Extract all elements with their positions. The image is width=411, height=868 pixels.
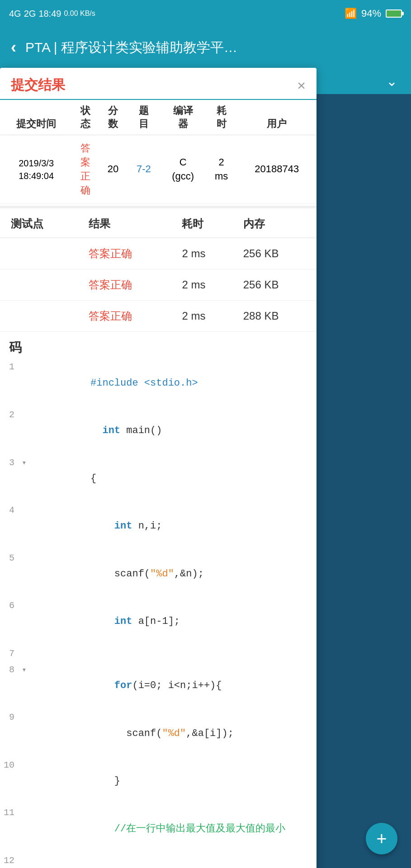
line-num-12: 12	[0, 853, 22, 868]
app-title: PTA | 程序设计类实验辅助教学平…	[25, 38, 400, 57]
line-num-7: 7	[0, 646, 22, 661]
code-line-5: 5 scanf("%d",&n);	[0, 550, 317, 598]
tc-point-2	[0, 269, 81, 301]
back-button[interactable]: ‹	[11, 38, 16, 57]
line-content-3: {	[31, 455, 317, 503]
submit-time-cell: 2019/3/3 18:49:04	[0, 135, 72, 204]
line-content-8: for(i=0; i<n;i++){	[31, 662, 317, 710]
score-cell: 20	[99, 135, 127, 204]
col-problem: 题目	[127, 100, 161, 135]
line-num-6: 6	[0, 598, 22, 613]
line-num-3: 3	[0, 455, 22, 470]
tc-result-1: 答案正确	[81, 238, 175, 269]
tc-col-point: 测试点	[0, 210, 81, 238]
content-area: ⌄ 的最 提交结果 × 提交时间 状态 分数 题目 编译器 耗时 用户	[0, 68, 411, 868]
line-content-2: int main()	[31, 407, 317, 455]
code-line-2: 2 int main()	[0, 407, 317, 455]
col-score: 分数	[99, 100, 127, 135]
testcase-table: 测试点 结果 耗时 内存 答案正确 2 ms 256 KB 答案正确 2 ms	[0, 210, 317, 332]
code-section-label: 码	[0, 332, 317, 359]
battery-percent: 94%	[361, 8, 381, 19]
testcase-row: 答案正确 2 ms 256 KB	[0, 269, 317, 301]
tc-point-1	[0, 238, 81, 269]
tc-memory-2: 256 KB	[236, 269, 317, 301]
code-line-8: 8 ▾ for(i=0; i<n;i++){	[0, 662, 317, 710]
fab-button[interactable]: +	[366, 823, 397, 854]
col-user: 用户	[237, 100, 317, 135]
status-left: 4G 2G 18:49 0.00 KB/s	[9, 9, 95, 19]
line-num-10: 10	[0, 757, 22, 773]
line-num-2: 2	[0, 407, 22, 422]
tc-time-3: 2 ms	[175, 301, 236, 332]
code-line-11: 11 //在一行中输出最大值及最大值的最小	[0, 805, 317, 853]
fold-indicator-3[interactable]: ▾	[22, 455, 31, 470]
code-line-3: 3 ▾ {	[0, 455, 317, 503]
testcase-row: 答案正确 2 ms 288 KB	[0, 301, 317, 332]
problem-link[interactable]: 7-2	[137, 163, 151, 175]
col-compiler: 编译器	[161, 100, 206, 135]
code-line-6: 6 int a[n-1];	[0, 598, 317, 646]
line-content-6: int a[n-1];	[31, 598, 317, 646]
line-content-4: int n,i;	[31, 502, 317, 550]
time-cell: 2ms	[206, 135, 237, 204]
data-speed: 0.00 KB/s	[64, 9, 95, 18]
submission-modal: 提交结果 × 提交时间 状态 分数 题目 编译器 耗时 用户 2019/3	[0, 68, 317, 868]
status-correct-label: 答案正确	[80, 142, 90, 195]
line-num-5: 5	[0, 550, 22, 566]
tc-time-1: 2 ms	[175, 238, 236, 269]
col-submit-time: 提交时间	[0, 100, 72, 135]
code-line-12: 12 int max;	[0, 853, 317, 868]
status-bar: 4G 2G 18:49 0.00 KB/s 📶 94%	[0, 0, 411, 27]
code-line-7: 7	[0, 646, 317, 662]
code-line-10: 10 }	[0, 757, 317, 805]
line-num-4: 4	[0, 502, 22, 518]
compiler-cell: C(gcc)	[161, 135, 206, 204]
status-right: 📶 94%	[345, 8, 402, 19]
wifi-icon: 📶	[345, 8, 357, 19]
tc-memory-1: 256 KB	[236, 238, 317, 269]
line-content-12: int max;	[31, 853, 317, 868]
tc-col-result: 结果	[81, 210, 175, 238]
problem-cell: 7-2	[127, 135, 161, 204]
line-num-11: 11	[0, 805, 22, 820]
code-line-1: 1 #include <stdio.h>	[0, 359, 317, 407]
col-time: 耗时	[206, 100, 237, 135]
code-line-4: 4 int n,i;	[0, 502, 317, 550]
tc-col-memory: 内存	[236, 210, 317, 238]
dropdown-arrow-icon[interactable]: ⌄	[386, 73, 397, 89]
tc-time-2: 2 ms	[175, 269, 236, 301]
signal-4g: 4G	[9, 9, 21, 19]
battery-icon	[386, 9, 402, 18]
tc-col-time: 耗时	[175, 210, 236, 238]
time-display: 18:49	[38, 9, 61, 19]
modal-header: 提交结果 ×	[0, 68, 317, 100]
testcase-row: 答案正确 2 ms 256 KB	[0, 238, 317, 269]
col-status: 状态	[72, 100, 99, 135]
line-num-9: 9	[0, 709, 22, 725]
tc-point-3	[0, 301, 81, 332]
status-cell: 答案正确	[72, 135, 99, 204]
tc-result-3: 答案正确	[81, 301, 175, 332]
submission-row: 2019/3/3 18:49:04 答案正确 20 7-2 C(gcc) 2ms…	[0, 135, 317, 204]
signal-2g: 2G	[24, 9, 36, 19]
code-editor[interactable]: 1 #include <stdio.h> 2 int main() 3 ▾ {	[0, 359, 317, 868]
modal-close-button[interactable]: ×	[297, 78, 306, 93]
line-num-1: 1	[0, 359, 22, 374]
tc-memory-3: 288 KB	[236, 301, 317, 332]
fold-indicator-8[interactable]: ▾	[22, 662, 31, 677]
user-cell: 20188743	[237, 135, 317, 204]
line-content-7	[31, 646, 317, 661]
line-num-8: 8	[0, 662, 22, 677]
line-content-1: #include <stdio.h>	[31, 359, 317, 407]
modal-title: 提交结果	[11, 76, 65, 94]
line-content-10: }	[31, 757, 317, 805]
code-line-9: 9 scanf("%d",&a[i]);	[0, 709, 317, 757]
tc-result-2: 答案正确	[81, 269, 175, 301]
app-bar: ‹ PTA | 程序设计类实验辅助教学平…	[0, 27, 411, 68]
line-content-5: scanf("%d",&n);	[31, 550, 317, 598]
line-content-9: scanf("%d",&a[i]);	[31, 709, 317, 757]
section-divider	[0, 206, 317, 208]
line-content-11: //在一行中输出最大值及最大值的最小	[31, 805, 317, 853]
submission-table: 提交时间 状态 分数 题目 编译器 耗时 用户 2019/3/3 18:49:0…	[0, 100, 317, 204]
